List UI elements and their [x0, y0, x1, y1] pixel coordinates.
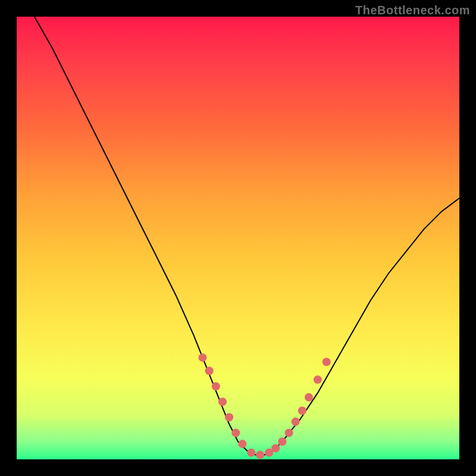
marker-dot	[212, 382, 220, 390]
marker-dot	[271, 444, 280, 452]
curve-path	[35, 17, 459, 455]
marker-dot	[322, 358, 331, 366]
marker-dots	[199, 353, 331, 459]
chart-frame: TheBottleneck.com	[0, 0, 476, 476]
marker-dot	[218, 397, 227, 406]
marker-dot	[298, 406, 306, 415]
marker-dot	[231, 428, 240, 437]
watermark-text: TheBottleneck.com	[355, 4, 470, 17]
marker-dot	[256, 451, 264, 459]
marker-dot	[225, 413, 233, 421]
marker-dot	[292, 418, 300, 426]
marker-dot	[205, 367, 214, 375]
curve-line	[35, 17, 459, 455]
marker-dot	[238, 440, 246, 448]
marker-dot	[314, 375, 322, 384]
plot-area	[17, 17, 459, 459]
chart-svg	[17, 17, 459, 459]
marker-dot	[247, 449, 255, 457]
marker-dot	[285, 428, 293, 437]
marker-dot	[305, 393, 313, 402]
marker-dot	[278, 437, 286, 446]
marker-dot	[199, 353, 207, 362]
